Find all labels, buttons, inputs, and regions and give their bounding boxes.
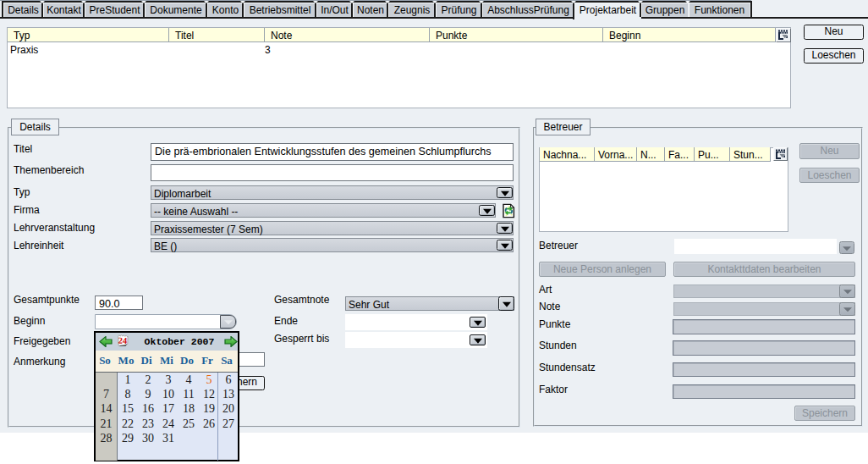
svg-text:24: 24 [118,336,128,346]
